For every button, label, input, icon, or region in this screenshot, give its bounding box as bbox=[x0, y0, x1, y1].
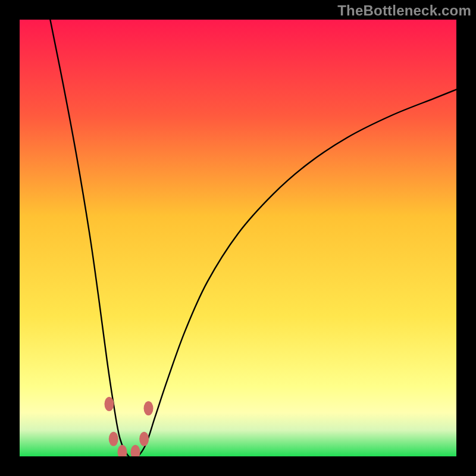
plot-area bbox=[20, 20, 456, 456]
curve-marker bbox=[109, 432, 118, 446]
curve-marker bbox=[144, 401, 154, 415]
gradient-background bbox=[20, 20, 456, 456]
chart-frame: TheBottleneck.com bbox=[0, 0, 476, 476]
watermark-text: TheBottleneck.com bbox=[337, 2, 471, 19]
chart-svg bbox=[20, 20, 456, 456]
curve-marker bbox=[139, 432, 149, 446]
curve-marker bbox=[104, 397, 114, 411]
